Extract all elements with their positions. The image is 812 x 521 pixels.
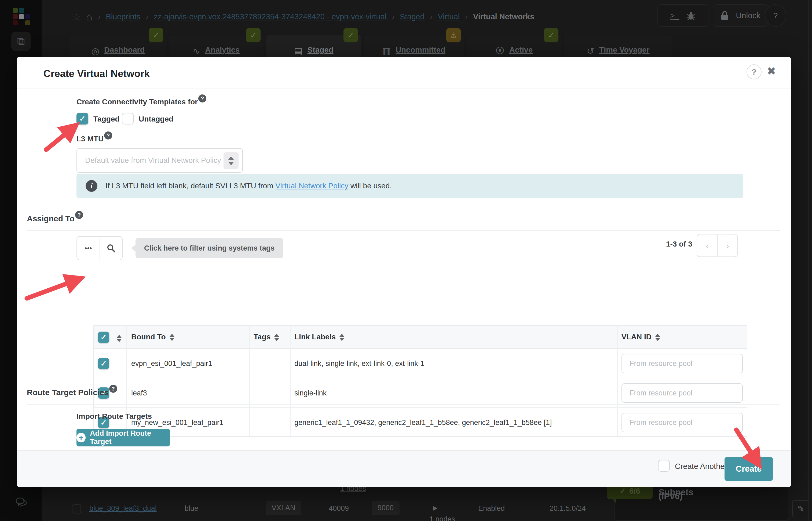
dialog-footer: Create Another? Create bbox=[17, 450, 791, 487]
banner-text: If L3 MTU field left blank, default SVI … bbox=[106, 182, 392, 190]
l3-mtu-info-banner: i If L3 MTU field left blank, default SV… bbox=[76, 174, 743, 198]
plus-icon: + bbox=[76, 433, 86, 443]
col-bound-to[interactable]: Bound To bbox=[131, 333, 175, 341]
vlan-id-input[interactable]: From resource pool bbox=[622, 413, 743, 432]
dialog-title: Create Virtual Network bbox=[43, 68, 150, 80]
tagged-checkbox[interactable]: ✓ bbox=[76, 113, 88, 124]
table-row[interactable]: ✓ evpn_esi_001_leaf_pair1 dual-link, sin… bbox=[94, 349, 747, 378]
vlan-id-input[interactable]: From resource pool bbox=[622, 354, 743, 373]
connectivity-templates-label: Create Connectivity Templates for? bbox=[76, 98, 206, 106]
button-label: Create bbox=[736, 464, 762, 474]
l3-mtu-label: L3 MTU? bbox=[76, 135, 112, 143]
table-row[interactable]: ✓ my_new_esi_001_leaf_pair1 generic1_lea… bbox=[94, 408, 747, 437]
create-button[interactable]: Create bbox=[724, 457, 773, 481]
col-tags[interactable]: Tags bbox=[254, 333, 279, 341]
assigned-to-table: ✓ Bound To Tags Link Labels VLAN ID ✓ ev… bbox=[93, 325, 747, 437]
screen: ⧉ ▦ ⌗ ▣ ⌂ ⚲ ≋ ★ ◔ ⇥ ☆ ⌂ › Blueprints bbox=[0, 0, 812, 521]
link-labels-value: dual-link, single-link, ext-link-0, ext-… bbox=[294, 360, 425, 368]
create-another-checkbox[interactable] bbox=[658, 460, 670, 472]
table-header: ✓ Bound To Tags Link Labels VLAN ID bbox=[94, 326, 747, 349]
untagged-label: Untagged bbox=[139, 115, 173, 123]
vlan-id-input[interactable]: From resource pool bbox=[622, 383, 743, 403]
help-badge-icon[interactable]: ? bbox=[75, 211, 83, 219]
col-vlan-id[interactable]: VLAN ID bbox=[622, 333, 660, 341]
dialog-help-button[interactable]: ? bbox=[746, 64, 762, 80]
tags-filter-hint[interactable]: Click here to filter using systems tags bbox=[136, 238, 283, 258]
l3-mtu-input[interactable]: Default value from Virtual Network Polic… bbox=[76, 148, 243, 173]
vlan-placeholder: From resource pool bbox=[630, 389, 692, 397]
label-text: L3 MTU bbox=[76, 135, 104, 143]
assigned-to-label: Assigned To? bbox=[27, 214, 83, 223]
row-checkbox[interactable]: ✓ bbox=[98, 358, 109, 369]
l3-mtu-placeholder: Default value from Virtual Network Polic… bbox=[85, 156, 221, 165]
table-row[interactable]: ✓ leaf3 single-link From resource pool bbox=[94, 378, 747, 408]
button-label: Add Import Route Target bbox=[90, 429, 170, 446]
route-targets-divider bbox=[27, 404, 780, 405]
bound-to-value: evpn_esi_001_leaf_pair1 bbox=[131, 360, 212, 368]
close-icon: ✖ bbox=[767, 65, 776, 77]
vlan-placeholder: From resource pool bbox=[630, 418, 692, 427]
col-link-labels[interactable]: Link Labels bbox=[294, 333, 344, 341]
help-badge-icon[interactable]: ? bbox=[109, 385, 117, 393]
link-labels-value: generic1_leaf1_1_09432, generic2_leaf1_1… bbox=[294, 418, 552, 427]
header-divider bbox=[17, 89, 791, 89]
vlan-placeholder: From resource pool bbox=[630, 360, 692, 368]
tagged-label: Tagged bbox=[93, 115, 119, 123]
number-stepper[interactable] bbox=[224, 152, 239, 169]
bound-to-value: leaf3 bbox=[131, 389, 147, 397]
select-all-checkbox[interactable]: ✓ bbox=[98, 332, 109, 343]
check-icon: ✓ bbox=[79, 114, 85, 123]
prev-page-button[interactable]: ‹ bbox=[697, 234, 717, 256]
link-labels-value: single-link bbox=[294, 389, 326, 397]
help-badge-icon[interactable]: ? bbox=[104, 132, 112, 139]
help-badge-icon[interactable]: ? bbox=[198, 94, 206, 103]
next-page-button[interactable]: › bbox=[717, 234, 738, 256]
create-virtual-network-dialog: Create Virtual Network ? ✖ Create Connec… bbox=[17, 57, 791, 487]
banner-text-before: If L3 MTU field left blank, default SVI … bbox=[106, 182, 273, 190]
import-route-targets-label: Import Route Targets bbox=[76, 412, 152, 421]
dialog-close-button[interactable]: ✖ bbox=[767, 65, 776, 77]
create-another-label: Create Another? bbox=[675, 462, 731, 471]
pagination-buttons: ‹ › bbox=[697, 234, 738, 257]
check-icon: ✓ bbox=[100, 359, 107, 368]
more-actions-button[interactable]: ••• bbox=[77, 236, 99, 260]
search-icon bbox=[107, 244, 115, 252]
untagged-checkbox[interactable] bbox=[122, 113, 134, 124]
table-toolbar-group: ••• bbox=[76, 236, 122, 260]
check-icon: ✓ bbox=[100, 333, 107, 342]
virtual-network-policy-link[interactable]: Virtual Network Policy bbox=[275, 182, 348, 190]
add-import-route-target-button[interactable]: + Add Import Route Target bbox=[76, 429, 170, 447]
assigned-divider bbox=[27, 230, 780, 231]
banner-text-after: will be used. bbox=[351, 182, 392, 190]
route-target-policies-label: Route Target Policies? bbox=[27, 388, 117, 397]
select-sort[interactable] bbox=[113, 334, 121, 342]
label-text: Create Connectivity Templates for bbox=[76, 98, 198, 106]
question-icon: ? bbox=[752, 67, 757, 76]
info-icon: i bbox=[86, 180, 97, 192]
pagination-counter: 1-3 of 3 bbox=[655, 240, 692, 248]
label-text: Assigned To bbox=[27, 214, 74, 223]
label-text: Import Route Targets bbox=[76, 412, 152, 421]
search-button[interactable] bbox=[99, 236, 122, 260]
filter-hint-text: Click here to filter using systems tags bbox=[144, 244, 274, 252]
label-text: Route Target Policies bbox=[27, 388, 109, 397]
